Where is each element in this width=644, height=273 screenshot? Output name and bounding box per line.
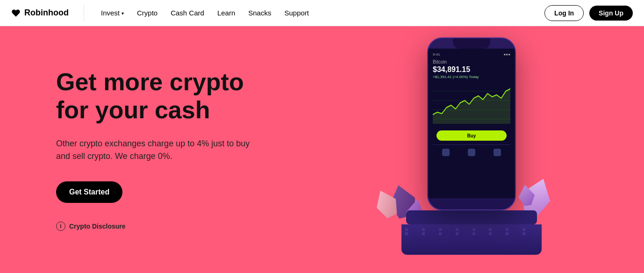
grid-dot: [506, 228, 508, 231]
nav-item-cash-card[interactable]: Cash Card: [165, 5, 210, 21]
nav-learn-label: Learn: [217, 9, 235, 17]
grid-dot: [472, 232, 475, 235]
nav-cash-card-label: Cash Card: [171, 9, 204, 17]
phone-nav-account-icon: [494, 149, 501, 156]
grid-dot: [439, 228, 442, 231]
phone-nav-search-icon: [468, 149, 475, 156]
platform-top: [406, 210, 537, 224]
grid-dot: [522, 228, 525, 231]
nav-item-support[interactable]: Support: [279, 5, 315, 21]
grid-dot: [405, 232, 408, 235]
grid-dot: [506, 232, 508, 235]
navbar-actions: Log In Sign Up: [544, 5, 633, 21]
grid-dot: [439, 232, 442, 235]
get-started-button[interactable]: Get Started: [56, 181, 122, 203]
nav-item-invest[interactable]: Invest ▾: [95, 5, 129, 21]
platform-body: [401, 224, 542, 255]
phone-coin-change: +$1,391.41 (+4.00%) Today: [433, 75, 510, 79]
nav-snacks-label: Snacks: [248, 9, 271, 17]
hero-title: Get more crypto for your cash: [56, 68, 262, 124]
phone-coin-price: $34,891.15: [433, 65, 510, 74]
logo-icon: [11, 8, 21, 18]
svg-marker-4: [433, 89, 510, 124]
nav-item-snacks[interactable]: Snacks: [243, 5, 277, 21]
phone-signal: ●●●: [504, 52, 511, 57]
phone-chart: [433, 82, 510, 124]
hero-subtitle: Other crypto exchanges charge up to 4% j…: [56, 137, 252, 163]
hero-section: Get more crypto for your cash Other cryp…: [0, 26, 644, 273]
grid-dot: [456, 232, 458, 235]
info-icon: i: [56, 222, 65, 231]
nav-crypto-label: Crypto: [137, 9, 157, 17]
nav-divider: [84, 5, 84, 22]
grid-dot: [422, 232, 425, 235]
disclosure-label: Crypto Disclosure: [69, 223, 126, 230]
signup-button[interactable]: Sign Up: [589, 6, 633, 21]
phone-screen: 9:41 ●●● Bitcoin $34,891.15 +$1,391.41 (…: [428, 49, 515, 198]
nav-invest-label: Invest: [101, 9, 120, 17]
logo[interactable]: Robinhood: [11, 8, 69, 18]
phone-buy-button[interactable]: Buy: [436, 130, 506, 141]
phone-device: 9:41 ●●● Bitcoin $34,891.15 +$1,391.41 (…: [427, 37, 516, 210]
grid-dot: [405, 228, 408, 231]
phone-nav-home-icon: [442, 149, 450, 156]
phone-notch: [453, 38, 490, 49]
login-button[interactable]: Log In: [544, 5, 584, 21]
phone-time: 9:41: [433, 52, 440, 57]
logo-text: Robinhood: [24, 8, 69, 18]
phone-bottom-nav: [433, 144, 510, 158]
phone-status-bar: 9:41 ●●●: [433, 52, 510, 57]
hero-visual: 9:41 ●●● Bitcoin $34,891.15 +$1,391.41 (…: [299, 26, 644, 273]
grid-dot: [489, 228, 492, 231]
hero-content: Get more crypto for your cash Other cryp…: [0, 26, 299, 273]
grid-dot: [456, 228, 458, 231]
nav-item-crypto[interactable]: Crypto: [131, 5, 163, 21]
grid-dot: [472, 228, 475, 231]
crypto-disclosure-link[interactable]: i Crypto Disclosure: [56, 222, 262, 231]
grid-dot: [422, 228, 425, 231]
invest-chevron-icon: ▾: [122, 11, 124, 16]
main-nav: Invest ▾ Crypto Cash Card Learn Snacks S…: [95, 5, 544, 21]
grid-dot: [522, 232, 525, 235]
grid-dot: [489, 232, 492, 235]
navbar: Robinhood Invest ▾ Crypto Cash Card Lear…: [0, 0, 644, 26]
platform-base: [397, 210, 546, 252]
phone-scene: 9:41 ●●● Bitcoin $34,891.15 +$1,391.41 (…: [383, 37, 560, 262]
nav-support-label: Support: [284, 9, 309, 17]
phone-coin-name: Bitcoin: [433, 59, 510, 65]
nav-item-learn[interactable]: Learn: [212, 5, 241, 21]
